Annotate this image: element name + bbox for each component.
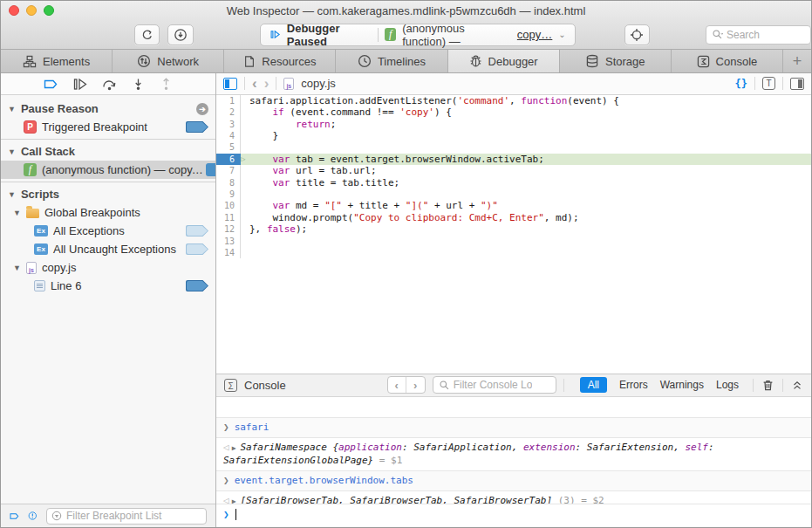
line-number[interactable]: 7: [216, 165, 241, 176]
all-exceptions-item[interactable]: Ex All Exceptions: [1, 222, 215, 240]
line-number[interactable]: 5: [216, 141, 241, 153]
breakpoint-indicator-disabled[interactable]: [186, 243, 208, 255]
paused-function-resource-link[interactable]: copy…: [517, 28, 552, 41]
breakpoints-filter-icon[interactable]: [10, 511, 19, 522]
tab-resources[interactable]: Resources: [224, 50, 336, 72]
execution-pointer-icon: ▷: [241, 154, 249, 165]
line-number[interactable]: 9: [216, 189, 241, 200]
tab-timelines[interactable]: Timelines: [336, 50, 447, 72]
type-profiler-icon[interactable]: T: [762, 77, 775, 90]
step-into-icon[interactable]: [132, 78, 145, 91]
code-editor[interactable]: 1safari.application.addEventListener('co…: [216, 95, 811, 374]
console-filter-input[interactable]: [454, 379, 532, 391]
scope-warnings[interactable]: Warnings: [660, 379, 704, 391]
line-number[interactable]: 13: [216, 236, 241, 247]
trash-icon[interactable]: [761, 379, 774, 392]
code-line: 3 return;: [216, 119, 811, 130]
console-log[interactable]: ❯safari◁▶SafariNamespace {application: S…: [216, 397, 811, 504]
step-over-icon[interactable]: [102, 78, 117, 91]
line-number[interactable]: 2: [216, 106, 241, 118]
scope-all[interactable]: All: [580, 377, 607, 393]
line-number[interactable]: 8: [216, 177, 241, 189]
console-icon: ∑: [224, 379, 237, 392]
console-filter-field[interactable]: [433, 376, 556, 394]
scope-errors[interactable]: Errors: [619, 379, 648, 391]
tab-storage[interactable]: Storage: [560, 50, 672, 72]
line-number[interactable]: 14: [216, 247, 241, 258]
search-field[interactable]: [706, 25, 811, 45]
content-area: ‹ › js copy.js {} T 1safari.application.…: [216, 73, 811, 527]
code-text: }: [241, 130, 278, 141]
line-number[interactable]: 11: [216, 212, 241, 223]
line-breakpoint-item[interactable]: Line 6: [1, 277, 215, 295]
tab-network[interactable]: Network: [113, 50, 224, 72]
code-text: [241, 141, 249, 153]
line-breakpoint-label: Line 6: [51, 279, 81, 292]
tab-debugger[interactable]: Debugger: [448, 50, 560, 72]
expand-console-icon[interactable]: [791, 379, 803, 391]
back-icon[interactable]: ‹: [252, 76, 257, 91]
scripts-header[interactable]: ▼ Scripts: [1, 185, 215, 203]
script-file-group[interactable]: ▼ js copy.js: [1, 258, 215, 277]
line-number[interactable]: 4: [216, 130, 241, 141]
debugger-status-group[interactable]: Debugger Paused f (anonymous function) —…: [260, 24, 576, 46]
open-file-tab[interactable]: copy.js: [301, 77, 336, 90]
pause-reason-item[interactable]: P Triggered Breakpoint: [1, 118, 215, 136]
add-tab-button[interactable]: +: [783, 50, 811, 72]
breakpoints-toggle-icon[interactable]: [44, 78, 58, 91]
expand-triangle-icon[interactable]: ▶: [232, 497, 236, 504]
breakpoint-indicator-disabled[interactable]: [186, 225, 208, 237]
scope-logs[interactable]: Logs: [716, 379, 739, 391]
tab-console[interactable]: Console: [672, 50, 783, 72]
line-number[interactable]: 1: [216, 95, 241, 106]
main-toolbar: Debugger Paused f (anonymous function) —…: [1, 20, 811, 49]
console-result-row[interactable]: ◁▶[SafariBrowserTab, SafariBrowserTab, S…: [216, 490, 811, 504]
call-stack-frame[interactable]: f (anonymous function) — copy.js (li…: [1, 161, 215, 179]
forward-icon[interactable]: ›: [264, 76, 270, 91]
exceptions-filter-icon[interactable]: [28, 510, 38, 522]
step-out-icon[interactable]: [160, 78, 173, 91]
storage-icon: [585, 54, 599, 68]
go-to-breakpoint-icon[interactable]: ➔: [196, 103, 208, 115]
pause-reason-header[interactable]: ▼ Pause Reason ➔: [1, 99, 215, 118]
disclosure-triangle-icon[interactable]: ▼: [13, 209, 21, 217]
titlebar[interactable]: Web Inspector — com.kakeragames.mdlink-p…: [1, 1, 811, 20]
sidebar-toggle-left-icon[interactable]: [223, 78, 237, 90]
code-line: 12}, false);: [216, 223, 811, 235]
download-button[interactable]: [167, 24, 193, 45]
search-input[interactable]: [727, 29, 805, 41]
next-result-icon[interactable]: ›: [406, 377, 425, 393]
call-stack-header[interactable]: ▼ Call Stack: [1, 142, 215, 161]
divider: [753, 379, 754, 392]
breakpoint-indicator[interactable]: [186, 121, 208, 133]
code-text: }, false);: [241, 223, 307, 235]
element-picker-button[interactable]: [624, 24, 650, 45]
sidebar-tree: ▼ Pause Reason ➔ P Triggered Breakpoint …: [1, 95, 215, 504]
line-number[interactable]: 12: [216, 223, 241, 235]
disclosure-triangle-icon[interactable]: ▼: [8, 190, 16, 199]
sidebar-toggle-right-icon[interactable]: [790, 78, 804, 90]
resources-icon: [243, 55, 256, 68]
line-number[interactable]: 10: [216, 200, 241, 211]
line-number[interactable]: 3: [216, 119, 241, 130]
all-uncaught-exceptions-item[interactable]: Ex All Uncaught Exceptions: [1, 240, 215, 258]
disclosure-triangle-icon[interactable]: ▼: [8, 147, 16, 156]
breakpoint-filter-input[interactable]: [66, 510, 201, 522]
pause-resume-icon[interactable]: [73, 78, 87, 91]
breakpoint-indicator[interactable]: [186, 280, 208, 291]
global-breakpoints-group[interactable]: ▼ Global Breakpoints: [1, 203, 215, 222]
expand-triangle-icon[interactable]: ▶: [232, 444, 236, 452]
console-input-row[interactable]: ❯safari: [216, 417, 811, 437]
line-number-breakpoint[interactable]: 6: [216, 154, 241, 165]
previous-result-icon[interactable]: ‹: [388, 377, 406, 393]
tab-elements[interactable]: Elements: [1, 50, 113, 72]
code-line: 13: [216, 236, 811, 247]
pretty-print-icon[interactable]: {}: [735, 78, 747, 90]
console-result-row[interactable]: ◁▶SafariNamespace {application: SafariAp…: [216, 437, 811, 470]
breakpoint-filter-field[interactable]: [46, 508, 207, 525]
console-input-row[interactable]: ❯event.target.browserWindow.tabs: [216, 470, 811, 490]
console-prompt[interactable]: ❯: [216, 504, 811, 527]
reload-button[interactable]: [134, 24, 160, 45]
disclosure-triangle-icon[interactable]: ▼: [13, 264, 21, 272]
disclosure-triangle-icon[interactable]: ▼: [8, 105, 16, 113]
